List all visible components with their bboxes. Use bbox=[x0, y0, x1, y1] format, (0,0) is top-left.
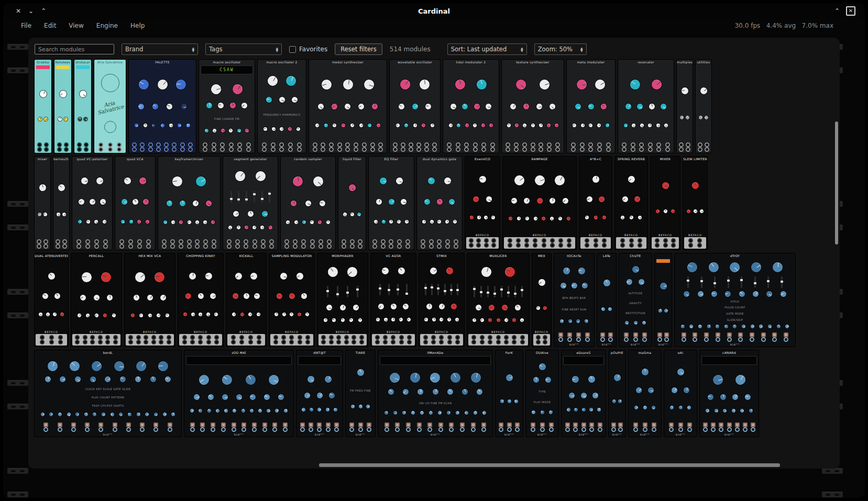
jack bbox=[480, 335, 485, 340]
module-card[interactable]: macro oscillatorCSAWFINE COARSE FM bbox=[199, 60, 255, 153]
module-card[interactable]: HEX MIX VCABEFACO bbox=[125, 253, 175, 347]
module-card[interactable]: PERCALLBEFACO bbox=[71, 253, 122, 347]
knob bbox=[437, 410, 443, 416]
module-card[interactable]: eDsaroSbId°° bbox=[562, 350, 606, 437]
module-card[interactable]: modal synthesizer bbox=[309, 60, 387, 153]
module-card[interactable]: MORPHADERBEFACO bbox=[317, 253, 368, 347]
knob bbox=[93, 412, 97, 416]
jack bbox=[156, 147, 161, 152]
module-card[interactable]: RAMPAGEBEFACO bbox=[503, 157, 576, 250]
module-card[interactable]: tOCAnTeBPH BEATS BARFINE RESET RUNbId°° bbox=[554, 253, 594, 347]
module-card[interactable]: quad VC-polarizer bbox=[72, 157, 112, 250]
module-card[interactable]: dIKT@TbId°° bbox=[296, 350, 343, 437]
module-card[interactable]: LATebId°° bbox=[597, 253, 616, 347]
module-card[interactable]: maGmabId°° bbox=[629, 350, 661, 437]
module-card[interactable]: MIXERBEFACO bbox=[651, 157, 680, 250]
module-card[interactable]: MUXLICERBEFACO bbox=[467, 253, 529, 347]
favorites-checkbox[interactable] bbox=[289, 46, 296, 53]
module-card[interactable]: OUAIveTYPEPLAY MODEbId°° bbox=[526, 350, 558, 437]
module-card[interactable]: Grabby bbox=[35, 60, 51, 153]
jack bbox=[405, 239, 410, 244]
module-card[interactable]: VC ADSRBEFACO bbox=[371, 253, 416, 347]
zoom-select[interactable]: Zoom: 50% ▲▼ bbox=[534, 43, 587, 55]
module-card[interactable]: ForKbId°° bbox=[496, 350, 523, 437]
jack bbox=[639, 147, 644, 152]
close-icon[interactable]: ✕ bbox=[16, 8, 21, 14]
module-card[interactable]: quad VCA bbox=[115, 157, 155, 250]
search-input[interactable] bbox=[35, 44, 114, 54]
module-card[interactable]: utilities bbox=[696, 60, 711, 153]
jack bbox=[288, 142, 293, 147]
knob bbox=[39, 90, 48, 98]
knob bbox=[75, 412, 80, 417]
module-card[interactable]: bordLCLOCK KEY SCALE GATE SLIDEPLAY COUN… bbox=[35, 350, 181, 437]
module-card[interactable]: EQ filter bbox=[369, 157, 414, 250]
menu-item-help[interactable]: Help bbox=[124, 20, 151, 31]
module-card[interactable]: macro oscillator 2FREQUENCY HARMONICS bbox=[258, 60, 306, 153]
chevron-up-icon[interactable]: ⌃ bbox=[41, 8, 46, 14]
sort-select[interactable]: Sort: Last updated ▲▼ bbox=[447, 43, 527, 55]
module-card[interactable]: UnduLar bbox=[74, 60, 91, 153]
vertical-scrollbar[interactable] bbox=[835, 121, 838, 244]
module-card[interactable]: KICKALLBEFACO bbox=[226, 253, 266, 347]
reset-filters-button[interactable]: Reset filters bbox=[335, 43, 382, 55]
brand-select[interactable]: Brand ▲▼ bbox=[122, 43, 198, 55]
knob bbox=[425, 104, 431, 109]
module-card[interactable]: segment generator bbox=[223, 157, 278, 250]
module-card[interactable]: DUAL ATENUVERTERBEFACO bbox=[35, 253, 68, 347]
module-card[interactable]: MEXBEFACO bbox=[532, 253, 551, 347]
module-card[interactable]: SLEW LIMITERBEFACO bbox=[683, 157, 707, 250]
module-card[interactable]: keyframer/mixer bbox=[158, 157, 220, 250]
jack bbox=[359, 335, 364, 340]
module-card[interactable]: bernoulli gate bbox=[53, 157, 69, 250]
module-card[interactable]: lIMonADeUNI I/O FINE FM SCANbId°° bbox=[378, 350, 492, 437]
module-card[interactable]: PALETTE bbox=[129, 60, 196, 153]
jack bbox=[98, 147, 103, 152]
module-card[interactable]: SPRING REVERBBEFACO bbox=[615, 157, 647, 250]
knob bbox=[145, 412, 150, 417]
module-card[interactable]: TiAREFM FREQ FINEbId°° bbox=[346, 350, 375, 437]
module-card[interactable]: A*B+CBEFACO bbox=[579, 157, 612, 250]
module-card[interactable]: dTrOYPITCHPULSE COUNTGATE MODESLIDE/SKIP… bbox=[675, 253, 795, 347]
module-card[interactable]: pOuPrEbId°° bbox=[609, 350, 625, 437]
tags-select[interactable]: Tags ▲▼ bbox=[205, 43, 282, 55]
module-card[interactable]: tidal modulator 2 bbox=[443, 60, 499, 153]
knob bbox=[142, 123, 148, 128]
module-card[interactable]: wavetable oscillator bbox=[390, 60, 440, 153]
module-card[interactable]: random sampler bbox=[281, 157, 335, 250]
module-card[interactable]: liquid filter bbox=[338, 157, 366, 250]
module-card[interactable]: oAibId°° bbox=[664, 350, 697, 437]
jack bbox=[378, 142, 383, 147]
jack-strip bbox=[533, 334, 550, 346]
module-card[interactable]: Aria SalvatriceAria Salvatrice bbox=[94, 60, 126, 153]
pin-icon[interactable]: ⌃ bbox=[834, 8, 840, 14]
knob bbox=[464, 123, 469, 128]
module-card[interactable]: meta modulator bbox=[567, 60, 615, 153]
module-card[interactable]: EvenVCOBEFACO bbox=[465, 157, 500, 250]
module-card[interactable]: zOÙ MAÏbId°° bbox=[184, 350, 293, 437]
module-sublabel: UNI I/O FINE FM SCAN bbox=[379, 402, 491, 405]
module-card[interactable]: SAMPLING MODULATORBEFACO bbox=[269, 253, 314, 347]
chevron-down-icon[interactable]: ⌄ bbox=[28, 8, 34, 14]
module-card[interactable]: Rotatoes bbox=[54, 60, 71, 153]
module-card[interactable]: STMIXBEFACO bbox=[419, 253, 464, 347]
module-card[interactable]: bId°° bbox=[655, 253, 672, 347]
menu-item-view[interactable]: View bbox=[62, 20, 90, 31]
module-card[interactable]: cANARdbId°° bbox=[700, 350, 759, 437]
menu-item-edit[interactable]: Edit bbox=[38, 20, 62, 31]
jack bbox=[407, 335, 412, 340]
module-card[interactable]: multiples bbox=[677, 60, 693, 153]
horizontal-scrollbar[interactable] bbox=[319, 463, 780, 467]
module-card[interactable]: dual dynamics gate bbox=[417, 157, 462, 250]
module-card[interactable]: ChUTEALTITUDEGRAVITYRESTITUTIONbId°° bbox=[619, 253, 652, 347]
module-card[interactable]: texture synthesizer bbox=[502, 60, 564, 153]
jack bbox=[750, 337, 754, 342]
knob bbox=[130, 313, 135, 318]
menu-item-file[interactable]: File bbox=[15, 20, 38, 31]
knob bbox=[138, 103, 145, 110]
module-card[interactable]: mixer bbox=[35, 157, 50, 250]
module-card[interactable]: CHOPPING KINKYBEFACO bbox=[178, 253, 223, 347]
menu-item-engine[interactable]: Engine bbox=[90, 20, 124, 31]
module-card[interactable]: resonator bbox=[618, 60, 674, 153]
knob bbox=[222, 394, 227, 399]
